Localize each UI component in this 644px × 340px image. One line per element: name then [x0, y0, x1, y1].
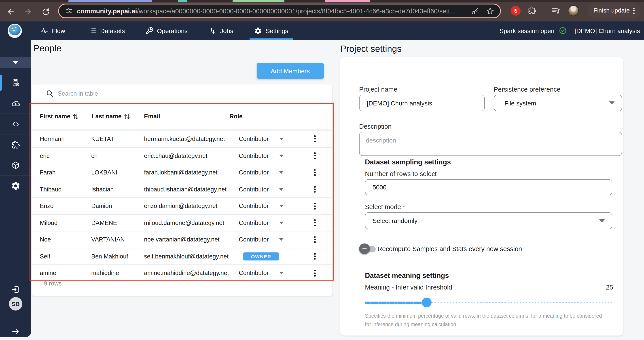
finish-update-button[interactable]: Finish update [588, 3, 640, 18]
tab-color-strip [325, 0, 370, 2]
back-icon [6, 7, 15, 16]
chevron-down-icon[interactable] [279, 272, 284, 275]
row-menu-button[interactable] [311, 236, 318, 244]
forward-button[interactable] [22, 6, 33, 17]
chevron-down-icon[interactable] [279, 205, 284, 208]
tab-operations[interactable]: Operations [141, 21, 192, 40]
sidebar: SB [0, 40, 31, 337]
sidebar-item-plugins[interactable] [0, 134, 31, 155]
sidebar-item-settings[interactable] [0, 175, 31, 196]
app-top-bar: FlowDatasetsOperationsJobsSettings Spark… [0, 21, 644, 40]
sidebar-item-exit[interactable] [0, 279, 31, 300]
sidebar-item-cloud-upload[interactable] [0, 93, 31, 113]
cell-email: noe.vartanian@datategy.net [144, 236, 220, 243]
role-select-value[interactable]: Contributor [239, 236, 269, 243]
cell-first-name: Miloud [40, 220, 58, 226]
select-mode-label: Select mode* [365, 203, 405, 210]
extensions-puzzle-icon[interactable] [528, 6, 537, 15]
select-mode-select[interactable]: Select randomly [365, 212, 612, 229]
adblock-extension-button[interactable] [511, 6, 520, 16]
role-select-value[interactable]: Contributor [239, 270, 269, 277]
address-bar[interactable]: community.papai.ai/workspace/a0000000-00… [58, 3, 501, 18]
sidebar-item-packages[interactable] [0, 155, 31, 175]
column-header-first-name[interactable]: First name [40, 113, 79, 120]
role-select-value[interactable]: Contributor [239, 136, 269, 142]
media-playlist-icon[interactable] [552, 6, 561, 15]
password-key-icon[interactable] [471, 7, 480, 15]
row-menu-button[interactable] [311, 252, 318, 261]
cell-email: enzo.damion@datategy.net [144, 203, 218, 210]
column-header-last-name[interactable]: Last name [92, 113, 130, 120]
tab-datasets[interactable]: Datasets [84, 21, 130, 40]
chevron-down-icon[interactable] [279, 155, 284, 157]
row-menu-button[interactable] [311, 202, 318, 210]
description-textarea[interactable]: description [359, 132, 622, 156]
tab-flow[interactable]: Flow [36, 21, 70, 40]
search-input[interactable] [58, 84, 308, 102]
table-search-row [32, 84, 332, 102]
rows-to-select-label: Number of rows to select [365, 170, 437, 177]
chevron-down-icon[interactable] [279, 171, 284, 174]
persistence-select[interactable]: File system [494, 95, 622, 111]
row-menu-button[interactable] [311, 219, 318, 227]
threshold-slider[interactable] [365, 298, 612, 307]
check-circle-icon [559, 27, 566, 34]
chevron-down-icon[interactable] [279, 188, 284, 191]
chevron-down-icon[interactable] [279, 238, 284, 241]
row-menu-button[interactable] [311, 169, 318, 177]
row-menu-button[interactable] [311, 185, 318, 193]
role-select-value[interactable]: Contributor [239, 220, 269, 226]
chevron-down-icon[interactable] [279, 138, 284, 140]
role-select-value[interactable]: Contributor [239, 169, 269, 176]
bookmark-star-icon[interactable] [486, 6, 495, 15]
reload-button[interactable] [40, 6, 51, 17]
sampling-section-heading: Dataset sampling settings [365, 158, 451, 166]
flow-icon [40, 26, 48, 35]
tab-color-strip [68, 0, 152, 2]
cell-email: amine.mahiddine@datategy.net [144, 270, 229, 277]
table-row: HermannKUETAThermann.kuetat@datategy.net… [32, 130, 332, 147]
sidebar-item-code[interactable] [0, 113, 31, 134]
browser-profile-avatar[interactable] [568, 5, 579, 16]
gear-icon [11, 181, 20, 191]
code-icon [11, 119, 20, 128]
add-members-button[interactable]: Add Members [257, 63, 324, 79]
site-settings-icon[interactable] [65, 7, 73, 15]
row-menu-button[interactable] [311, 135, 318, 143]
tab-settings[interactable]: Settings [250, 21, 293, 40]
recompute-toggle-knob[interactable] [359, 244, 370, 254]
required-asterisk: * [403, 204, 405, 210]
row-menu-button[interactable] [311, 269, 318, 277]
role-select-value[interactable]: Contributor [239, 203, 269, 210]
tab-jobs[interactable]: Jobs [204, 21, 238, 40]
user-avatar[interactable]: SB [9, 297, 22, 311]
screen: community.papai.ai/workspace/a0000000-00… [0, 0, 644, 340]
sidebar-project-switcher[interactable] [0, 57, 31, 68]
sort-icon[interactable] [73, 113, 79, 119]
cube-icon [11, 161, 20, 170]
back-button[interactable] [5, 6, 16, 17]
sidebar-expand-button[interactable] [0, 325, 31, 338]
sidebar-items [0, 72, 31, 196]
page-title-project-settings: Project settings [340, 44, 402, 54]
table-row: ThibaudIshacianthibaud.ishacian@datategy… [32, 181, 332, 197]
browser-menu-icon[interactable] [633, 7, 634, 14]
table-row: FarahLOKBANIfarah.lokbani@datategy.netCo… [32, 164, 332, 181]
role-select-value[interactable]: Contributor [239, 153, 269, 159]
rows-to-select-value: 5000 [372, 184, 386, 191]
column-label: Role [230, 113, 242, 120]
slider-thumb[interactable] [422, 298, 432, 307]
cell-last-name: Ishacian [91, 186, 114, 193]
table-row: NoeVARTANIANnoe.vartanian@datategy.netCo… [32, 231, 332, 248]
role-select-value[interactable]: Contributor [239, 186, 269, 193]
column-label: Last name [92, 113, 122, 120]
chevron-down-icon[interactable] [279, 222, 284, 224]
chevron-down-icon [609, 101, 614, 104]
sidebar-item-project-forms[interactable] [0, 72, 31, 93]
sort-icon[interactable] [124, 113, 130, 119]
project-name-input[interactable]: [DEMO] Churn analysis [359, 95, 485, 111]
cell-last-name: DAMENE [91, 220, 117, 226]
papai-logo[interactable] [8, 24, 22, 38]
row-menu-button[interactable] [311, 152, 318, 160]
rows-to-select-input[interactable]: 5000 [365, 179, 612, 195]
